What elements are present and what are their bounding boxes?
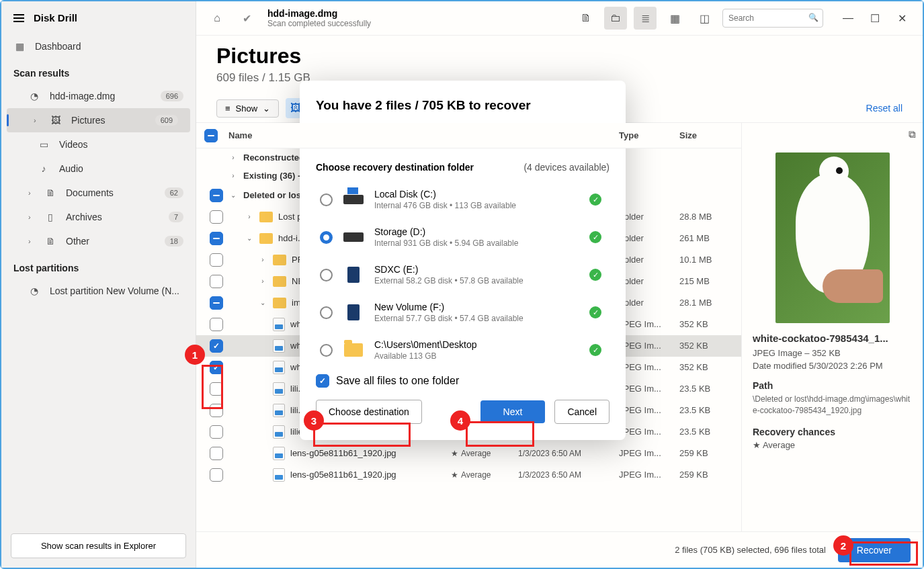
device-row[interactable]: C:\Users\0ment\DesktopAvailable 113 GB ✓ bbox=[316, 331, 605, 362]
row-checkbox[interactable] bbox=[210, 296, 223, 310]
folder-icon bbox=[344, 343, 363, 357]
preview-path: \Deleted or lost\hdd-image.dmg\images\wh… bbox=[753, 394, 912, 417]
show-in-explorer-button[interactable]: Show scan results in Explorer bbox=[11, 533, 186, 558]
chevron-right-icon[interactable]: › bbox=[258, 256, 267, 263]
sidebar-item-label: Dashboard bbox=[35, 41, 81, 52]
sidebar-item-audio[interactable]: ♪ Audio bbox=[1, 157, 196, 181]
chevron-down-icon: ⌄ bbox=[263, 103, 270, 114]
close-button[interactable]: ✕ bbox=[890, 8, 913, 28]
chevron-down-icon[interactable]: ⌄ bbox=[258, 299, 267, 306]
device-sub: External 57.7 GB disk • 57.4 GB availabl… bbox=[374, 314, 580, 323]
open-external-icon[interactable]: ⧉ bbox=[909, 128, 916, 140]
row-checkbox[interactable] bbox=[210, 232, 223, 245]
device-row[interactable]: New Volume (F:)External 57.7 GB disk • 5… bbox=[316, 294, 605, 331]
folder-icon bbox=[259, 212, 273, 222]
device-row[interactable]: Local Disk (C:)Internal 476 GB disk • 11… bbox=[316, 181, 605, 218]
maximize-button[interactable]: ☐ bbox=[864, 8, 886, 28]
device-name: Local Disk (C:) bbox=[374, 189, 580, 200]
sidebar-heading-lost: Lost partitions bbox=[1, 253, 196, 279]
sidebar-item-pictures[interactable]: › 🖼 Pictures 609 bbox=[7, 108, 190, 132]
count-badge: 609 bbox=[155, 115, 178, 126]
show-filter-button[interactable]: ≡ Show ⌄ bbox=[216, 99, 279, 118]
sidebar-item-documents[interactable]: › 🗎 Documents 62 bbox=[1, 181, 196, 205]
minimize-button[interactable]: — bbox=[837, 8, 859, 28]
windows-drive-icon bbox=[343, 195, 364, 204]
sd-card-icon bbox=[347, 304, 360, 320]
row-checkbox[interactable] bbox=[210, 275, 223, 288]
choose-destination-button[interactable]: Choose destination bbox=[316, 400, 422, 424]
chevron-down-icon[interactable]: ⌄ bbox=[245, 234, 254, 242]
sidebar-item-disk[interactable]: ◔ hdd-image.dmg 696 bbox=[1, 84, 196, 108]
col-name[interactable]: Name bbox=[228, 130, 451, 140]
row-checkbox[interactable] bbox=[210, 425, 223, 439]
folder-icon[interactable]: 🗀 bbox=[604, 7, 627, 30]
annotation-callout-3: 3 bbox=[304, 410, 324, 431]
chevron-right-icon: › bbox=[28, 189, 35, 197]
row-checkbox[interactable] bbox=[210, 189, 223, 202]
row-checkbox[interactable] bbox=[210, 318, 223, 331]
reset-all-link[interactable]: Reset all bbox=[866, 103, 902, 114]
radio-button[interactable] bbox=[320, 193, 333, 206]
device-row[interactable]: SDXC (E:)External 58.2 GB disk • 57.8 GB… bbox=[316, 256, 605, 294]
sidebar-item-lost-partition[interactable]: ◔ Lost partition New Volume (N... bbox=[1, 279, 196, 303]
disk-icon: ◔ bbox=[28, 91, 40, 101]
sidebar-item-videos[interactable]: ▭ Videos bbox=[1, 132, 196, 157]
folder-icon bbox=[259, 233, 273, 244]
radio-button[interactable] bbox=[320, 231, 333, 244]
menu-icon[interactable] bbox=[13, 14, 24, 22]
chevron-down-icon[interactable]: ⌄ bbox=[228, 191, 238, 199]
folder-icon bbox=[273, 276, 286, 287]
row-checkbox[interactable]: ✓ bbox=[210, 339, 223, 353]
chevron-right-icon[interactable]: › bbox=[228, 172, 238, 179]
video-icon: ▭ bbox=[38, 139, 50, 150]
col-type[interactable]: Type bbox=[619, 130, 679, 140]
list-view-icon[interactable]: ≣ bbox=[634, 7, 657, 30]
file-name: lens-g05e811b61_1920.jpg bbox=[290, 470, 396, 480]
grid-view-icon[interactable]: ▦ bbox=[663, 7, 686, 30]
folder-icon bbox=[273, 255, 286, 265]
device-sub: Available 113 GB bbox=[374, 351, 580, 361]
count-badge: 18 bbox=[165, 236, 183, 247]
radio-button[interactable] bbox=[320, 269, 333, 281]
file-row[interactable]: lens-g05e811b61_1920.jpg ★Average 1/3/20… bbox=[196, 464, 741, 486]
chevron-right-icon: › bbox=[34, 116, 40, 124]
ok-icon: ✓ bbox=[589, 344, 601, 356]
home-icon[interactable]: ⌂ bbox=[206, 7, 228, 30]
sidebar-heading-scan: Scan results bbox=[1, 58, 196, 84]
star-icon: ★ bbox=[451, 449, 458, 458]
jpeg-file-icon bbox=[273, 425, 285, 439]
device-sub: External 58.2 GB disk • 57.8 GB availabl… bbox=[374, 276, 580, 286]
save-one-folder-checkbox[interactable]: ✓ bbox=[316, 374, 329, 388]
col-size[interactable]: Size bbox=[679, 130, 733, 140]
next-button[interactable]: Next bbox=[480, 400, 546, 423]
sidebar-item-archives[interactable]: › ▯ Archives 7 bbox=[1, 205, 196, 229]
app-title: Disk Drill bbox=[34, 12, 77, 24]
panel-icon[interactable]: ◫ bbox=[693, 7, 716, 30]
sidebar-item-dashboard[interactable]: ▦ Dashboard bbox=[1, 34, 196, 58]
count-badge: 7 bbox=[169, 212, 183, 222]
jpeg-file-icon bbox=[273, 382, 285, 396]
device-name: SDXC (E:) bbox=[374, 264, 580, 275]
sd-card-icon bbox=[347, 267, 360, 283]
sidebar-item-label: hdd-image.dmg bbox=[50, 91, 115, 101]
chevron-right-icon[interactable]: › bbox=[258, 277, 267, 285]
star-icon: ★ bbox=[451, 470, 458, 480]
chevron-right-icon[interactable]: › bbox=[245, 213, 254, 220]
device-row[interactable]: Storage (D:)Internal 931 GB disk • 5.94 … bbox=[316, 218, 605, 256]
row-checkbox[interactable] bbox=[210, 447, 223, 460]
row-checkbox[interactable] bbox=[210, 468, 223, 482]
modal-device-count: (4 devices available) bbox=[523, 162, 610, 173]
chevron-right-icon[interactable]: › bbox=[228, 154, 238, 161]
radio-button[interactable] bbox=[320, 344, 333, 357]
sidebar-item-other[interactable]: › 🗎 Other 18 bbox=[1, 229, 196, 253]
cancel-button[interactable]: Cancel bbox=[554, 400, 610, 424]
row-checkbox[interactable] bbox=[210, 210, 223, 224]
star-icon: ★ bbox=[753, 440, 761, 450]
file-icon[interactable]: 🗎 bbox=[575, 7, 597, 30]
status-bar: 2 files (705 KB) selected, 696 files tot… bbox=[196, 531, 923, 568]
select-all-checkbox[interactable] bbox=[204, 129, 218, 142]
drive-icon bbox=[343, 232, 364, 242]
preview-meta: JPEG Image – 352 KB bbox=[753, 348, 912, 358]
radio-button[interactable] bbox=[320, 306, 333, 319]
row-checkbox[interactable] bbox=[210, 253, 223, 267]
